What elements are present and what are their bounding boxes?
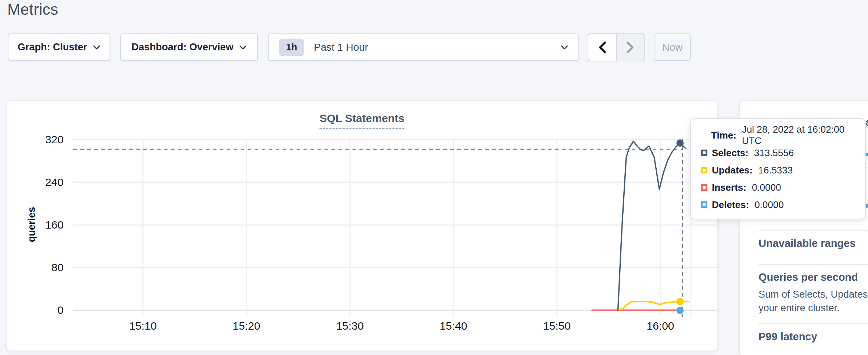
deletes-hover-dot bbox=[677, 306, 684, 314]
tooltip-series-label: Inserts: bbox=[712, 182, 746, 193]
time-range-badge: 1h bbox=[279, 39, 304, 56]
dashboard-dropdown-label: Dashboard: Overview bbox=[132, 42, 234, 53]
deletes-legend-swatch-icon bbox=[701, 201, 707, 208]
sql-statements-chart-card: SQL Statements queries 32024016080015:10… bbox=[6, 100, 718, 351]
x-axis-tick-label: 15:50 bbox=[535, 320, 579, 332]
divider bbox=[758, 230, 868, 231]
tooltip-series-value: 0.0000 bbox=[752, 182, 781, 193]
prev-time-button[interactable] bbox=[588, 34, 616, 61]
time-range-selector[interactable]: 1h Past 1 Hour bbox=[268, 33, 579, 61]
y-axis-tick-label: 320 bbox=[31, 133, 64, 146]
sidebar-item-p99-latency: P99 latency bbox=[758, 331, 817, 343]
occluded-content-fragment bbox=[866, 167, 868, 168]
y-axis-tick-label: 80 bbox=[31, 261, 64, 274]
selects-hover-dot bbox=[677, 139, 684, 147]
chevron-down-icon bbox=[561, 45, 568, 50]
inserts-legend-swatch-icon bbox=[701, 184, 707, 191]
y-axis-tick-label: 160 bbox=[31, 219, 64, 231]
selects-legend-swatch-icon bbox=[701, 150, 707, 156]
graph-dropdown[interactable]: Graph: Cluster bbox=[8, 33, 110, 61]
y-axis-tick-label: 0 bbox=[31, 304, 64, 316]
time-step-button-group bbox=[588, 33, 645, 61]
x-axis-tick-label: 15:10 bbox=[121, 320, 165, 332]
tooltip-series-label: Selects: bbox=[712, 147, 749, 159]
tooltip-time-value: Jul 28, 2022 at 16:02:00 UTC bbox=[742, 124, 865, 147]
x-axis-tick-label: 15:30 bbox=[328, 320, 372, 332]
tooltip-series-row: Updates: 16.5333 bbox=[691, 164, 793, 177]
sidebar-item-description-line: Sum of Selects, Updates, Inser bbox=[758, 289, 868, 300]
time-range-label: Past 1 Hour bbox=[314, 42, 368, 53]
tooltip-series-label: Deletes: bbox=[712, 199, 749, 211]
chevron-down-icon bbox=[93, 45, 100, 50]
updates-hover-dot bbox=[677, 298, 684, 305]
x-axis-tick-label: 15:20 bbox=[225, 320, 269, 332]
divider bbox=[758, 323, 868, 324]
sidebar-item-queries-per-second: Queries per second bbox=[758, 271, 858, 283]
chevron-right-icon bbox=[626, 42, 634, 53]
tooltip-series-value: 313.5556 bbox=[754, 147, 794, 159]
chevron-down-icon bbox=[239, 45, 247, 50]
page-title: Metrics bbox=[7, 1, 58, 18]
tooltip-time-row: Time: Jul 28, 2022 at 16:02:00 UTC bbox=[691, 129, 865, 142]
chart-hover-tooltip: Time: Jul 28, 2022 at 16:02:00 UTC Selec… bbox=[690, 118, 866, 219]
updates-legend-swatch-icon bbox=[701, 167, 707, 173]
sidebar-item-description-line: your entire cluster. bbox=[758, 302, 840, 314]
sidebar-item-unavailable-ranges: Unavailable ranges bbox=[758, 237, 856, 250]
graph-dropdown-label: Graph: Cluster bbox=[18, 42, 87, 53]
occluded-content-fragment bbox=[866, 153, 868, 156]
tooltip-series-value: 16.5333 bbox=[758, 165, 793, 176]
next-time-button[interactable] bbox=[616, 34, 644, 61]
divider bbox=[758, 264, 868, 265]
x-axis-tick-label: 16:00 bbox=[638, 320, 682, 332]
dashboard-dropdown[interactable]: Dashboard: Overview bbox=[120, 33, 258, 61]
tooltip-series-value: 0.0000 bbox=[754, 199, 784, 211]
chevron-left-icon bbox=[598, 42, 606, 53]
occluded-content-fragment bbox=[866, 204, 868, 208]
x-axis-tick-label: 15:40 bbox=[431, 320, 476, 332]
y-axis-tick-label: 240 bbox=[31, 176, 64, 189]
tooltip-series-label: Updates: bbox=[712, 165, 753, 176]
now-button[interactable]: Now bbox=[654, 33, 691, 61]
tooltip-series-row: Deletes: 0.0000 bbox=[691, 198, 784, 211]
tooltip-time-label: Time: bbox=[711, 130, 736, 141]
chart-plot-area[interactable] bbox=[7, 101, 718, 351]
tooltip-series-row: Inserts: 0.0000 bbox=[691, 181, 781, 194]
selects-line bbox=[618, 141, 685, 310]
tooltip-series-row: Selects: 313.5556 bbox=[691, 146, 794, 159]
occluded-text-fragment: a bbox=[865, 117, 868, 129]
